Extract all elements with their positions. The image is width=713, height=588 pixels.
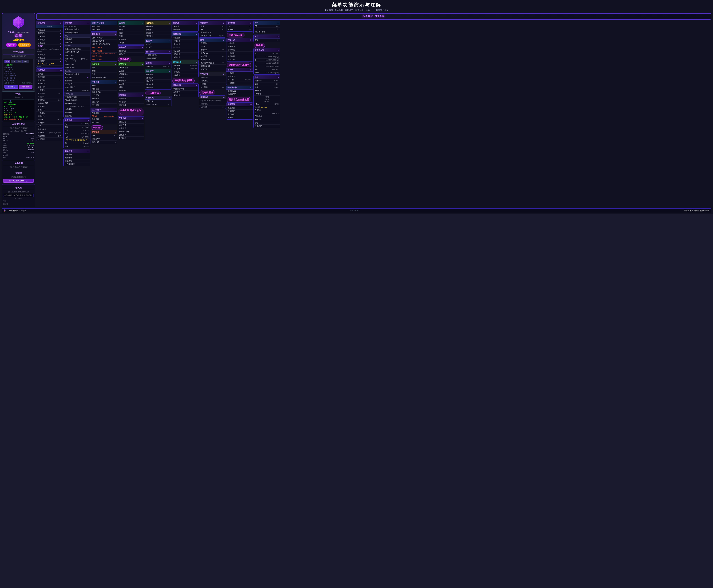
fun2[interactable]: 随机事件 — [145, 28, 171, 31]
f1[interactable]: FU图标 — [254, 109, 280, 112]
radar[interactable]: 雷达 — [118, 31, 144, 35]
tp-random[interactable]: 随机传送 — [91, 97, 117, 100]
wave-set[interactable]: 海浪设置 — [172, 56, 198, 59]
guild-invite[interactable]: 邀请成员 — [145, 76, 171, 80]
gun-modify[interactable]: 枪械修改 [测] — [37, 102, 63, 105]
clip-size[interactable]: 载弹量 <250> — [37, 118, 63, 121]
tool6[interactable]: 技能加成 — [227, 58, 253, 61]
no-unbind-btn[interactable]: 无需解绑 — [6, 43, 17, 47]
npc7[interactable]: 加入到npc的方法 <0> — [199, 61, 226, 65]
team-mode[interactable]: Rockstar 在线服务 — [64, 73, 90, 76]
sp-mode[interactable]: SP模式 — [172, 25, 198, 28]
task-item[interactable]: 任务选项 — [37, 41, 63, 45]
timer-fps[interactable]: 显示FPS <0> — [227, 28, 253, 31]
exp3[interactable]: 开始帧 — [199, 83, 226, 86]
aim-mode[interactable]: 瞄准模式 — [64, 38, 90, 41]
island3[interactable]: 工厂1口 设备 34/4 — [227, 78, 253, 81]
npc-fly[interactable]: NA远程控制器 — [64, 102, 90, 105]
exp4[interactable]: 截止日期 <0> — [199, 86, 226, 89]
island2[interactable]: 岛屿管理 — [227, 75, 253, 78]
all-system-btn[interactable]: 全系统支持 — [18, 43, 31, 47]
tp-run[interactable]: 跑酷 — [91, 84, 117, 87]
self[interactable]: 自己 — [91, 66, 117, 69]
shield[interactable]: 盾牌 — [118, 86, 144, 89]
call-out3[interactable]: 调出X：炸飞NPO-MV3 — [91, 43, 117, 46]
npc-control[interactable]: 本地载具控制器 — [64, 96, 90, 99]
vip-item[interactable]: Dark Star Menu - VIP — [37, 63, 63, 66]
tool3[interactable]: 自动刷钱 — [227, 48, 253, 51]
venue1[interactable]: 快捷前往场地 — [172, 87, 198, 90]
selector2[interactable]: 选择器002 — [227, 93, 253, 96]
main-func-header[interactable]: 主功能选项 ▶ — [91, 108, 117, 112]
2d-header[interactable]: 2D方格 ▶ — [118, 21, 144, 25]
func1[interactable]: 菜单FPS <-0.200> — [254, 79, 280, 83]
vehicle-item[interactable]: 车辆选项 — [37, 31, 63, 35]
main-func3[interactable]: 数据管理 — [91, 118, 117, 121]
set-ammo-header[interactable]: 设置T弹药设置 ▶ — [91, 21, 117, 25]
teleport-header[interactable]: 传送选项 ▶ — [91, 80, 117, 84]
launcher-tab-3[interactable]: 设置 — [23, 60, 29, 63]
key-arms[interactable]: Arms BACKSPACE [1行] — [254, 71, 280, 75]
quick-shoot[interactable]: 快速射击 — [37, 89, 63, 92]
recoil-modify[interactable]: 后坐力修改 — [37, 128, 63, 131]
hack4[interactable]: 智能分析 — [172, 74, 198, 77]
key-bind[interactable]: 绑定 — [254, 121, 280, 125]
mark-player[interactable]: 标记玩家 — [118, 100, 144, 104]
recovery-item-main[interactable]: 主界面 — [37, 45, 63, 48]
fun1[interactable]: 搜寻事件 — [145, 25, 171, 28]
quick-shop[interactable]: 快速购买 — [64, 114, 90, 118]
func4[interactable]: FXI图标 — [254, 89, 280, 92]
guild-dissolve[interactable]: 解散公会 — [145, 86, 171, 89]
traffic-set[interactable]: 交通设置 — [172, 46, 198, 49]
auto-sms[interactable]: 自动短信广告 +0 — [145, 103, 171, 106]
tool2[interactable]: 快速升级 — [227, 45, 253, 48]
car-fly[interactable]: 飞机 飞机 [1/52] — [64, 135, 90, 139]
smart1[interactable]: 小计 <0> — [199, 25, 226, 28]
key1[interactable]: 菜 >100000< — [254, 52, 280, 55]
npc1[interactable]: 设置看板 — [199, 42, 226, 45]
key5[interactable]: 横 BACKSPACE [1行] — [254, 65, 280, 68]
no-recoil[interactable]: 无后坐力 — [37, 82, 63, 85]
func2[interactable]: 选项 <-55> — [254, 83, 280, 86]
func-header[interactable]: 功能 ▶ — [254, 76, 280, 79]
aim-range[interactable]: 瞄准范围 — [64, 41, 90, 44]
weapon-select[interactable]: 武器选择 <超> — [37, 92, 63, 95]
small-calc-header[interactable]: 小计时钟 ▶ — [227, 21, 253, 25]
fake-trigger[interactable]: 自动触发 +1 — [91, 141, 117, 144]
ai-aim[interactable]: 开启自动辅助瞄准 — [64, 28, 90, 31]
weapon-mode[interactable]: 武器模式 P_Franklin_52 [1/69] — [37, 131, 63, 134]
startup-header[interactable]: 启动选项 ▶ — [37, 21, 63, 25]
world-item[interactable]: 世界选项 — [37, 38, 63, 41]
main-func4[interactable]: 排行管理 — [91, 121, 117, 124]
npc6[interactable]: 加入选定npc — [199, 58, 226, 61]
ad-block1[interactable]: 广告过滤 — [145, 100, 171, 103]
npc8[interactable]: 多减快更多5 — [199, 65, 226, 68]
stat-manage[interactable]: 数据管理 — [64, 79, 90, 83]
2d-map[interactable]: 2D方格 — [118, 25, 144, 28]
weapons-item[interactable]: 武器选项 — [37, 28, 63, 31]
follow-player[interactable]: 跟随玩家 — [118, 97, 144, 100]
call-out1[interactable]: 调出X：拳击1 — [91, 36, 117, 40]
infinite-ammo[interactable]: 弹药无限 <0> — [37, 79, 63, 82]
friend[interactable]: 好友 — [91, 69, 117, 73]
one-shot-kill[interactable]: 一枪必死 — [37, 111, 63, 115]
hack1[interactable]: 智能服务 设置度1/8 — [172, 64, 198, 67]
ai-npc[interactable]: AI NPC — [145, 46, 171, 49]
selector-panel-hdr[interactable]: 选择器面板 ▶ — [227, 86, 253, 89]
ammo-refill[interactable]: 弹药补充 — [37, 76, 63, 79]
fire-mode5[interactable]: 瞄准B：深度 — [64, 63, 90, 66]
theme1[interactable]: 颜色设置 — [227, 106, 253, 110]
tp-pos[interactable]: 地图位置 — [91, 87, 117, 90]
auto-armor[interactable]: 自动补甲 — [118, 52, 144, 56]
guild-leave[interactable]: 离开公会 — [145, 80, 171, 83]
island-header[interactable]: 小岛助手 ▶ — [227, 68, 253, 72]
fun-header[interactable]: 有趣选项 ▶ — [145, 21, 171, 25]
f12-func[interactable]: F12功能 — [254, 118, 280, 121]
theme-header[interactable]: 主题设置 ▶ — [227, 103, 253, 106]
theme4[interactable]: 透明度 — [227, 116, 253, 120]
fun4[interactable]: 警察事件 — [145, 35, 171, 38]
car-enter[interactable]: 鸟 小鸟 [1/20] — [64, 122, 90, 126]
fire-mode6[interactable]: 瞄准C：飞V3 — [64, 66, 90, 69]
battle-track[interactable]: 战局追踪 — [64, 76, 90, 79]
fire-mode3[interactable]: 瞄准Z：炸飞 — [64, 54, 90, 57]
